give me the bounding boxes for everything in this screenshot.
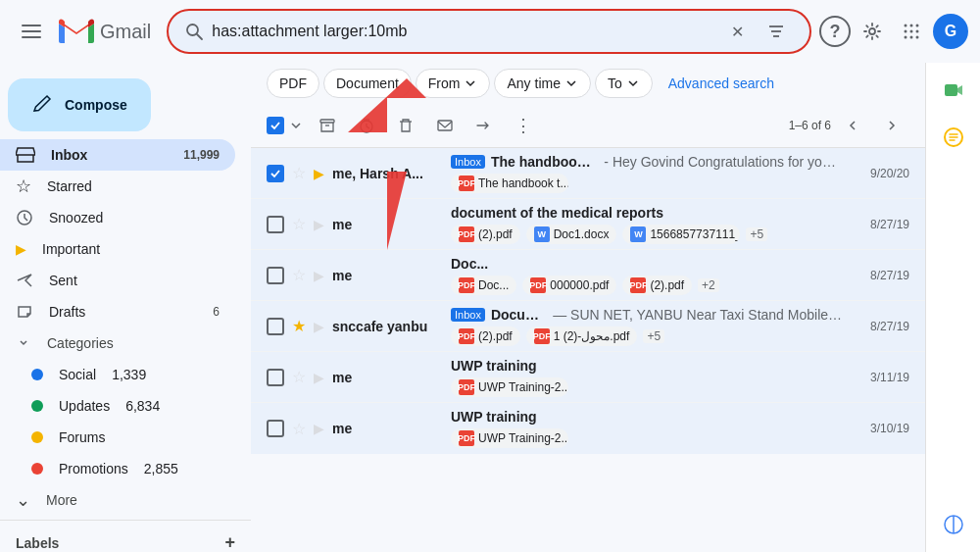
filter-to[interactable]: To <box>595 69 653 98</box>
search-options-button[interactable] <box>759 14 794 49</box>
email-checkbox-4[interactable] <box>267 318 284 335</box>
email-checkbox-1[interactable] <box>267 165 284 182</box>
email-checkbox-3[interactable] <box>267 267 284 284</box>
svg-rect-24 <box>945 84 957 96</box>
attachment-chip: PDF UWP Training-2... <box>451 377 568 397</box>
menu-icon[interactable] <box>12 12 51 51</box>
more-icon: ⌄ <box>16 489 30 511</box>
sidebar-item-categories[interactable]: Categories <box>0 327 235 359</box>
pdf-icon: PDF <box>459 277 474 293</box>
sidebar-item-updates[interactable]: Updates 6,834 <box>0 390 235 422</box>
right-panel-spaces[interactable] <box>934 505 973 544</box>
prev-page-button[interactable] <box>835 108 870 143</box>
svg-rect-0 <box>22 25 41 26</box>
star-1[interactable]: ☆ <box>292 164 306 182</box>
star-4[interactable]: ★ <box>292 317 306 335</box>
important-6[interactable]: ▶ <box>314 421 324 436</box>
snooze-button[interactable] <box>349 108 384 143</box>
advanced-search-link[interactable]: Advanced search <box>661 70 782 97</box>
sidebar-item-drafts[interactable]: Drafts 6 <box>0 296 235 327</box>
svg-rect-19 <box>320 120 334 123</box>
subject-line-5: UWP training <box>451 358 843 374</box>
svg-point-11 <box>916 25 919 27</box>
sidebar-item-snoozed[interactable]: Snoozed <box>0 202 235 233</box>
sidebar-item-promotions[interactable]: Promotions 2,855 <box>0 453 235 484</box>
select-dropdown-button[interactable] <box>286 116 306 135</box>
sidebar-item-social[interactable]: Social 1,339 <box>0 359 235 390</box>
email-row[interactable]: ☆ ▶ me UWP training PDF UWP Training-2..… <box>251 352 925 403</box>
star-3[interactable]: ☆ <box>292 266 306 284</box>
mark-read-button[interactable] <box>427 108 463 143</box>
right-panel-chat[interactable] <box>934 118 973 157</box>
settings-button[interactable] <box>855 14 890 49</box>
email-left-5: ☆ ▶ me <box>267 368 443 386</box>
drafts-count: 6 <box>213 305 220 319</box>
email-row[interactable]: ☆ ▶ me, Harsh A... Inbox The handbook to… <box>251 148 925 199</box>
email-checkbox-6[interactable] <box>267 420 284 437</box>
att-name: Doc1.docx <box>554 227 610 241</box>
filter-anytime[interactable]: Any time <box>494 69 590 98</box>
compose-button[interactable]: Compose <box>8 78 151 131</box>
apps-button[interactable] <box>894 14 929 49</box>
avatar[interactable]: G <box>933 14 968 49</box>
star-5[interactable]: ☆ <box>292 368 306 386</box>
delete-button[interactable] <box>388 108 423 143</box>
filter-from[interactable]: From <box>416 69 491 98</box>
clear-search-button[interactable]: ✕ <box>719 14 755 49</box>
page-count: 1–6 of 6 <box>789 119 831 132</box>
filter-toolbar: PDF Document From Any time To Advanced <box>251 63 925 104</box>
att-name: Doc... <box>478 278 509 292</box>
right-panel-meet[interactable] <box>934 71 973 110</box>
email-row[interactable]: ☆ ▶ me document of the medical reports P… <box>251 199 925 250</box>
sender-2: me <box>332 217 411 232</box>
more-button[interactable]: ⌄ More <box>0 484 235 516</box>
important-1[interactable]: ▶ <box>314 166 324 181</box>
doc-icon: W <box>534 226 550 242</box>
pdf-icon: PDF <box>459 226 474 242</box>
important-5[interactable]: ▶ <box>314 370 324 385</box>
anytime-label: Any time <box>507 75 560 91</box>
archive-button[interactable] <box>310 108 345 143</box>
pdf-icon: PDF <box>459 328 474 344</box>
select-all-checkbox[interactable] <box>267 117 284 134</box>
search-input[interactable] <box>212 23 719 40</box>
more-actions-button[interactable]: ⋮ <box>506 108 541 143</box>
sidebar-item-forums[interactable]: Forums <box>0 422 235 453</box>
add-label-button[interactable]: + <box>224 532 235 552</box>
email-left-3: ☆ ▶ me <box>267 266 443 284</box>
email-checkbox-2[interactable] <box>267 216 284 233</box>
sidebar-item-inbox[interactable]: Inbox 11,999 <box>0 139 235 171</box>
subject-5: UWP training <box>451 358 537 374</box>
social-dot <box>31 369 43 380</box>
email-row[interactable]: ☆ ▶ me UWP training PDF UWP Training-2..… <box>251 403 925 454</box>
from-chevron <box>464 76 477 90</box>
help-button[interactable]: ? <box>819 16 851 47</box>
star-6[interactable]: ☆ <box>292 420 306 438</box>
important-3[interactable]: ▶ <box>314 268 324 283</box>
sender-4: snccafe yanbu <box>332 319 427 334</box>
subject-3: Doc... <box>451 256 488 272</box>
right-panel <box>925 63 980 552</box>
filter-document[interactable]: Document <box>323 69 412 98</box>
email-checkbox-5[interactable] <box>267 369 284 386</box>
move-button[interactable] <box>466 108 502 143</box>
sidebar-item-sent[interactable]: Sent <box>0 265 235 296</box>
attachments-4: PDF (2).pdf PDF 1 (2)-محول.pdf +5 <box>451 326 843 346</box>
email-row[interactable]: ★ ▶ snccafe yanbu Inbox Docum... Report … <box>251 301 925 352</box>
categories-label: Categories <box>47 335 114 351</box>
next-page-button[interactable] <box>874 108 909 143</box>
pdf-label: PDF <box>279 75 307 91</box>
subject-line-6: UWP training <box>451 409 843 425</box>
subject-2: document of the medical reports <box>451 205 663 221</box>
important-2[interactable]: ▶ <box>314 217 324 232</box>
svg-line-4 <box>197 34 202 39</box>
sidebar-item-starred[interactable]: ☆ Starred <box>0 171 235 202</box>
email-row[interactable]: ☆ ▶ me Doc... PDF Doc... <box>251 250 925 301</box>
filter-pdf[interactable]: PDF <box>267 69 319 98</box>
sidebar-item-important[interactable]: ▶ Important <box>0 233 235 265</box>
important-4[interactable]: ▶ <box>314 319 324 334</box>
att-name: UWP Training-2... <box>478 380 568 394</box>
star-2[interactable]: ☆ <box>292 215 306 233</box>
date-1: 9/20/20 <box>870 167 909 180</box>
promotions-dot <box>31 463 43 475</box>
